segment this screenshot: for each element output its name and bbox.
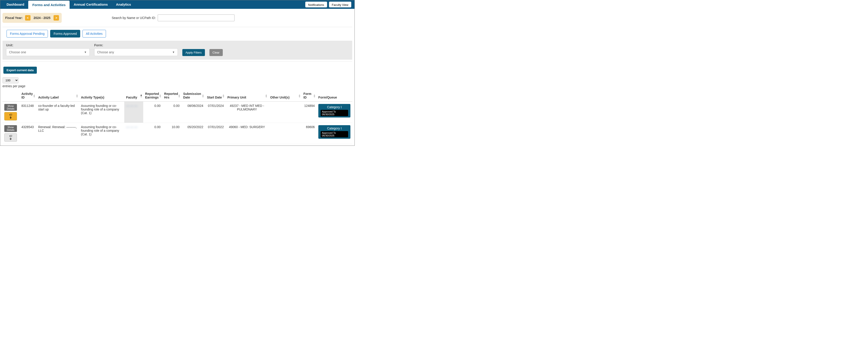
cell-primary-unit: 49237 - MED INT MED - PULMONARY <box>225 102 268 123</box>
cell-faculty: — — — <box>124 123 143 144</box>
search-label: Search by Name or UCPath ID: <box>112 16 156 20</box>
attachments-count: 9 <box>10 116 11 119</box>
export-current-data-button[interactable]: Export current data <box>3 67 37 74</box>
cell-start-date: 07/01/2024 <box>205 102 226 123</box>
filter-form-select[interactable]: Choose any ▼ <box>94 48 178 56</box>
form-queue-button[interactable]: Category I Approved To 06/30/2025 <box>318 125 350 139</box>
cell-reported-earnings: 0.00 <box>143 123 162 144</box>
table-row: Show Details 🏷 0 4328543 Renewal: Renewa… <box>2 123 352 144</box>
cell-activity-label: co-founder of a faculty-led start up <box>36 102 79 123</box>
col-activity-types[interactable]: Activity Type(s) <box>79 90 124 102</box>
table-row: Show Details 🏷 9 8311248 co-founder of a… <box>2 102 352 123</box>
cell-primary-unit: 49060 - MED: SURGERY <box>225 123 268 144</box>
col-form-id[interactable]: Form ID▲▼ <box>302 90 316 102</box>
fiscal-year-next-button[interactable]: > <box>54 15 59 21</box>
attachments-count: 0 <box>10 138 11 141</box>
cell-activity-types: Assuming founding or co-founding role of… <box>79 123 124 144</box>
filter-form: Form: Choose any ▼ <box>94 43 178 56</box>
col-faculty[interactable]: Faculty▲▼ <box>124 90 143 102</box>
fiscal-year-label: Fiscal Year: <box>5 16 23 20</box>
filter-unit: Unit: Choose one ▼ <box>6 43 90 56</box>
divider <box>2 61 352 62</box>
col-activity-label[interactable]: Activity Label▲▼ <box>36 90 79 102</box>
cell-activity-id: 4328543 <box>20 123 36 144</box>
nav-tab-forms-activities[interactable]: Forms and Activities <box>28 1 70 9</box>
subtabs: Forms Approval Pending Forms Approved Al… <box>0 29 354 41</box>
cell-other-units <box>269 102 302 123</box>
col-actions <box>2 90 20 102</box>
cell-form-id: 69606 <box>302 123 316 144</box>
col-form-queue[interactable]: Form/Queue <box>316 90 352 102</box>
col-other-units[interactable]: Other Unit(s)▲▼ <box>269 90 302 102</box>
cell-faculty: — — — <box>124 102 143 123</box>
form-queue-status: Approved To 06/30/2025 <box>320 131 348 138</box>
cell-reported-earnings: 0.00 <box>143 102 162 123</box>
notifications-button[interactable]: Notifications <box>305 2 327 7</box>
filter-unit-select[interactable]: Choose one ▼ <box>6 48 90 56</box>
top-nav: Dashboard Forms and Activities Annual Ce… <box>0 0 354 9</box>
nav-tab-annual-certifications[interactable]: Annual Certifications <box>70 0 112 9</box>
cell-submission-date: 05/20/2022 <box>181 123 205 144</box>
show-details-button[interactable]: Show Details <box>4 125 17 132</box>
filter-bar: Unit: Choose one ▼ Form: Choose any ▼ Ap… <box>2 41 352 60</box>
attachments-badge[interactable]: 🏷 0 <box>4 133 17 142</box>
fiscal-year-prev-button[interactable]: < <box>25 15 31 21</box>
form-queue-status: Approved To 06/30/2025 <box>320 110 348 116</box>
top-row: Fiscal Year: < 2024 - 2025 > Search by N… <box>0 9 354 25</box>
apply-filters-button[interactable]: Apply Filters <box>182 49 205 56</box>
col-activity-id[interactable]: Activity ID▲▼ <box>20 90 36 102</box>
show-details-button[interactable]: Show Details <box>4 104 17 111</box>
col-primary-unit[interactable]: Primary Unit▲▼ <box>225 90 268 102</box>
col-submission-date[interactable]: Submission Date▲▼ <box>181 90 205 102</box>
subtab-forms-approved[interactable]: Forms Approved <box>50 30 80 37</box>
clear-filters-button[interactable]: Clear <box>210 49 223 56</box>
form-queue-category: Category I <box>327 126 342 130</box>
col-reported-hrs[interactable]: Reported Hrs▲▼ <box>162 90 181 102</box>
cell-activity-id: 8311248 <box>20 102 36 123</box>
attachments-badge[interactable]: 🏷 9 <box>4 112 17 120</box>
tags-icon: 🏷 <box>9 135 12 138</box>
form-queue-button[interactable]: Category I Approved To 06/30/2025 <box>318 104 350 118</box>
cell-form-id: 124894 <box>302 102 316 123</box>
cell-reported-hrs: 10.00 <box>162 123 181 144</box>
search-input[interactable] <box>158 14 235 21</box>
form-queue-category: Category I <box>327 105 342 109</box>
col-reported-earnings[interactable]: Reported Earnings▲▼ <box>143 90 162 102</box>
nav-tab-dashboard[interactable]: Dashboard <box>2 0 28 9</box>
nav-tab-analytics[interactable]: Analytics <box>112 0 135 9</box>
pagesize-select[interactable]: 100 <box>2 77 19 83</box>
cell-activity-label: Renewal: Renewal: ———, LLC <box>36 123 79 144</box>
cell-submission-date: 08/06/2024 <box>181 102 205 123</box>
nav-tabs: Dashboard Forms and Activities Annual Ce… <box>2 0 135 9</box>
fiscal-year-box: Fiscal Year: < 2024 - 2025 > <box>2 13 62 23</box>
filter-unit-label: Unit: <box>6 43 90 47</box>
filter-form-placeholder: Choose any <box>97 50 114 54</box>
cell-other-units <box>269 123 302 144</box>
pagesize-label: entries per page <box>2 84 352 88</box>
chevron-down-icon: ▼ <box>172 51 175 54</box>
filter-unit-placeholder: Choose one <box>9 50 26 54</box>
cell-start-date: 07/01/2022 <box>205 123 226 144</box>
cell-reported-hrs: 0.00 <box>162 102 181 123</box>
chevron-down-icon: ▼ <box>84 51 87 54</box>
subtab-all-activities[interactable]: All Activities <box>83 30 106 37</box>
col-start-date[interactable]: Start Date▲▼ <box>205 90 226 102</box>
subtab-forms-approval-pending[interactable]: Forms Approval Pending <box>6 30 48 37</box>
tags-icon: 🏷 <box>9 113 12 116</box>
fiscal-year-value: 2024 - 2025 <box>33 16 52 20</box>
export-row: Export current data <box>0 63 354 75</box>
results-table: Activity ID▲▼ Activity Label▲▼ Activity … <box>2 90 352 144</box>
pagesize-row: 100 entries per page <box>0 75 354 89</box>
search-wrap: Search by Name or UCPath ID: <box>112 14 235 21</box>
faculty-view-button[interactable]: Faculty View <box>329 2 351 7</box>
cell-activity-types: Assuming founding or co-founding role of… <box>79 102 124 123</box>
filter-form-label: Form: <box>94 43 178 47</box>
